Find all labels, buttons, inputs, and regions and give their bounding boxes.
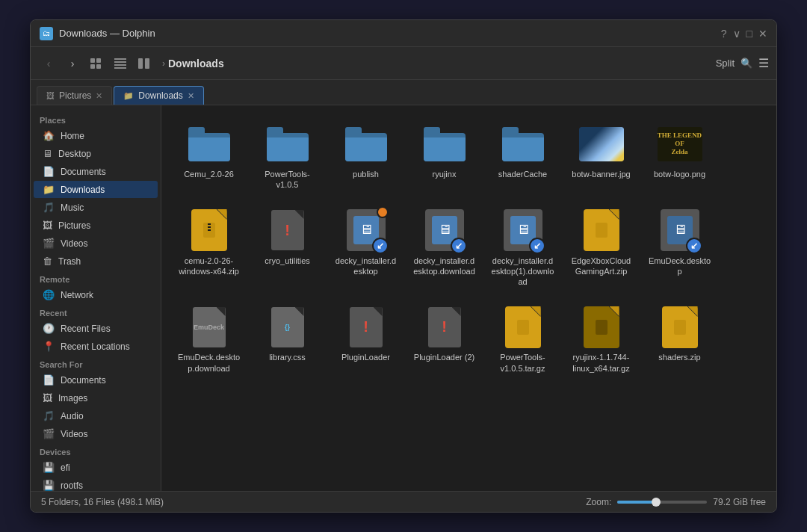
tab-downloads-close[interactable]: ✕ xyxy=(188,91,194,101)
file-item-publish[interactable]: publish xyxy=(330,117,401,197)
file-item-botw-banner[interactable]: botw-banner.jpg xyxy=(566,117,637,197)
file-item-decky2[interactable]: 🖥 ↙ decky_installer.desktop.download xyxy=(409,204,480,294)
emudeck-dl-icon: EmuDeck xyxy=(187,306,232,347)
sidebar-item-rootfs-label: rootfs xyxy=(61,480,83,491)
file-item-shaders-zip[interactable]: shaders.zip xyxy=(644,300,715,380)
shadercache-label: shaderCache xyxy=(498,169,547,179)
titlebar: 🗂 Downloads — Dolphin ? ∨ □ ✕ xyxy=(31,20,776,47)
sidebar-item-documents[interactable]: 📄 Documents xyxy=(34,163,158,180)
file-item-powertools-tgz[interactable]: PowerTools-v1.0.5.tar.gz xyxy=(487,300,558,380)
section-search: Search For xyxy=(31,356,161,371)
file-item-cemu-zip[interactable]: cemu-2.0-26-windows-x64.zip xyxy=(173,204,244,294)
file-content: Cemu_2.0-26 PowerTools-v1.0.5 xyxy=(161,105,776,491)
publish-icon xyxy=(344,123,389,164)
sidebar-item-search-documents[interactable]: 📄 Documents xyxy=(34,371,158,389)
file-item-pluginloader[interactable]: PluginLoader xyxy=(330,300,401,380)
sidebar-item-recent-locations[interactable]: 📍 Recent Locations xyxy=(34,338,158,355)
botw-logo-icon: THE LEGEND OFZelda xyxy=(658,123,702,164)
split-button[interactable]: Split xyxy=(716,58,735,69)
cryo-icon xyxy=(265,210,310,251)
close-button[interactable]: ✕ xyxy=(758,28,767,40)
file-item-shadercache[interactable]: shaderCache xyxy=(487,117,558,197)
sidebar-item-search-audio[interactable]: 🎵 Audio xyxy=(34,407,158,424)
app-icon: 🗂 xyxy=(40,27,53,40)
svg-rect-23 xyxy=(517,320,529,335)
zoom-label: Zoom: xyxy=(586,497,611,507)
publish-label: publish xyxy=(353,169,379,179)
help-button[interactable]: ? xyxy=(721,28,727,40)
toolbar: ‹ › › Downloads Split 🔍 ☰ xyxy=(31,47,776,80)
zoom-thumb[interactable] xyxy=(652,498,661,507)
file-item-decky1[interactable]: 🖥 ↙ decky_installer.desktop xyxy=(330,204,401,294)
back-button[interactable]: ‹ xyxy=(38,53,59,74)
sidebar-item-recent-files[interactable]: 🕐 Recent Files xyxy=(34,320,158,337)
file-item-decky3[interactable]: 🖥 ↙ decky_installer.desktop(1).download xyxy=(487,204,558,294)
search-icon[interactable]: 🔍 xyxy=(740,58,752,69)
pluginloader-icon xyxy=(344,306,389,347)
emudeck-desktop-label: EmuDeck.desktop xyxy=(647,256,712,277)
sidebar-item-home[interactable]: 🏠 Home xyxy=(34,127,158,144)
edgexbox-label: EdgeXboxCloudGamingArt.zip xyxy=(569,256,634,277)
sidebar-item-videos[interactable]: 🎬 Videos xyxy=(34,235,158,252)
sidebar-item-pictures[interactable]: 🖼 Pictures xyxy=(34,217,158,234)
status-info: 5 Folders, 16 Files (498.1 MiB) xyxy=(41,497,164,507)
sidebar-item-music[interactable]: 🎵 Music xyxy=(34,199,158,216)
view-split-button[interactable] xyxy=(134,53,155,74)
sidebar-item-search-videos[interactable]: 🎬 Videos xyxy=(34,425,158,442)
file-item-cemu[interactable]: Cemu_2.0-26 xyxy=(173,117,244,197)
tab-pictures-label: Pictures xyxy=(59,90,91,101)
sidebar-item-search-images[interactable]: 🖼 Images xyxy=(34,389,158,406)
file-item-edgexbox[interactable]: EdgeXboxCloudGamingArt.zip xyxy=(566,204,637,294)
view-details-button[interactable] xyxy=(110,53,131,74)
svg-rect-2 xyxy=(90,64,95,69)
toolbar-right: Split 🔍 ☰ xyxy=(716,56,769,70)
efi-icon: 💾 xyxy=(43,462,55,473)
svg-text:🖥: 🖥 xyxy=(673,222,687,237)
file-item-emudeck-dl[interactable]: EmuDeck EmuDeck.desktop.download xyxy=(173,300,244,380)
file-item-pluginloader2[interactable]: PluginLoader (2) xyxy=(409,300,480,380)
decky1-label: decky_installer.desktop xyxy=(333,256,398,277)
main-area: Places 🏠 Home 🖥 Desktop 📄 Documents 📁 Do… xyxy=(31,105,776,491)
window-title: Downloads — Dolphin xyxy=(59,28,155,39)
svg-rect-24 xyxy=(596,320,607,335)
svg-rect-0 xyxy=(90,58,95,63)
sidebar-item-trash[interactable]: 🗑 Trash xyxy=(34,253,158,270)
tab-pictures[interactable]: 🖼 Pictures ✕ xyxy=(37,86,112,105)
sidebar-item-desktop-label: Desktop xyxy=(58,149,91,159)
download-badge: ↙ xyxy=(372,238,389,254)
view-icons-button[interactable] xyxy=(86,53,107,74)
file-item-ryujinx[interactable]: ryujinx xyxy=(409,117,480,197)
music-icon: 🎵 xyxy=(43,202,55,213)
file-item-botw-logo[interactable]: THE LEGEND OFZelda botw-logo.png xyxy=(644,117,715,197)
tab-pictures-close[interactable]: ✕ xyxy=(96,91,102,101)
sidebar-item-network[interactable]: 🌐 Network xyxy=(34,286,158,303)
sidebar-item-desktop[interactable]: 🖥 Desktop xyxy=(34,145,158,162)
section-recent: Recent xyxy=(31,304,161,319)
sidebar-item-recent-locations-label: Recent Locations xyxy=(61,341,130,352)
sidebar-item-efi[interactable]: 💾 efi xyxy=(34,459,158,476)
tab-downloads[interactable]: 📁 Downloads ✕ xyxy=(114,86,203,105)
sidebar-item-rootfs[interactable]: 💾 rootfs xyxy=(34,477,158,491)
svg-rect-9 xyxy=(145,58,149,69)
powertools-tgz-label: PowerTools-v1.0.5.tar.gz xyxy=(490,352,555,374)
zoom-slider[interactable] xyxy=(617,501,707,504)
forward-button[interactable]: › xyxy=(62,53,83,74)
sidebar-item-search-videos-label: Videos xyxy=(61,429,87,439)
desktop-icon: 🖥 xyxy=(43,148,52,159)
file-item-powertools-dir[interactable]: PowerTools-v1.0.5 xyxy=(252,117,323,197)
svg-rect-25 xyxy=(674,320,686,335)
file-item-library-css[interactable]: {} library.css xyxy=(252,300,323,380)
file-item-emudeck-desktop[interactable]: 🖥 ↙ EmuDeck.desktop xyxy=(644,204,715,294)
sidebar-item-downloads[interactable]: 📁 Downloads xyxy=(34,181,158,198)
file-item-cryo[interactable]: cryo_utilities xyxy=(252,204,323,294)
menu-icon[interactable]: ☰ xyxy=(758,56,769,70)
file-item-ryujinx-tgz[interactable]: ryujinx-1.1.744-linux_x64.tar.gz xyxy=(566,300,637,380)
sidebar-item-trash-label: Trash xyxy=(58,256,81,267)
minimize-button[interactable]: ∨ xyxy=(733,28,740,40)
breadcrumb: › Downloads xyxy=(162,58,713,69)
shaders-zip-label: shaders.zip xyxy=(658,352,700,362)
tab-pictures-icon: 🖼 xyxy=(46,91,55,100)
rootfs-icon: 💾 xyxy=(43,480,55,491)
network-icon: 🌐 xyxy=(43,289,55,300)
maximize-button[interactable]: □ xyxy=(746,28,752,40)
